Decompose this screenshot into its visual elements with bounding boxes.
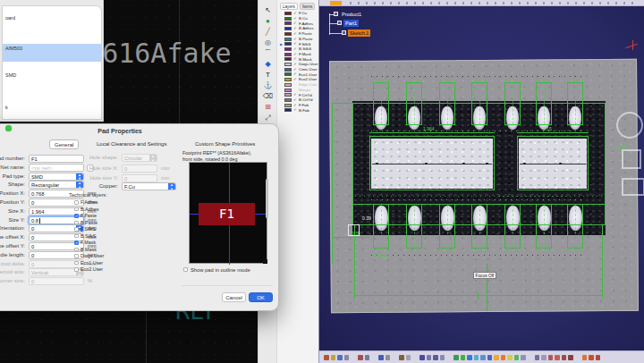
outline-mode-checkbox[interactable]: Show pad in outline mode <box>183 267 273 274</box>
add-pad-icon[interactable]: ● <box>262 16 274 26</box>
cancel-button[interactable]: Cancel <box>222 292 246 302</box>
measure-icon[interactable]: ⤢ <box>262 113 274 122</box>
checkbox-box[interactable] <box>183 267 188 272</box>
catia-menubar[interactable] <box>319 0 644 6</box>
checkbox-icon[interactable] <box>74 234 79 239</box>
toolbar-icon[interactable] <box>487 355 493 361</box>
toolbar-icon[interactable] <box>433 355 438 361</box>
layer-color-swatch[interactable] <box>284 89 292 92</box>
toolbar-icon[interactable] <box>514 355 520 361</box>
toolbar-icon[interactable] <box>461 355 466 361</box>
layer-color-swatch[interactable] <box>284 78 292 81</box>
toolbar-icon[interactable] <box>562 355 567 361</box>
layer-visibility-check-icon[interactable]: ✓ <box>293 21 297 25</box>
layer-visibility-check-icon[interactable]: ✓ <box>293 92 297 97</box>
toolbar-icon[interactable] <box>419 355 425 361</box>
preview-scrollbar[interactable] <box>266 179 268 218</box>
toolbar-icon[interactable] <box>480 355 486 361</box>
list-item[interactable]: SMD <box>3 71 102 80</box>
toolbar-icon[interactable] <box>535 355 540 361</box>
compass-icon[interactable] <box>632 40 633 50</box>
layer-visibility-check-icon[interactable]: ✓ <box>293 26 297 30</box>
technical-layer-checkbox[interactable]: F.SilkS <box>74 226 137 232</box>
list-item[interactable]: AfM500 <box>3 44 102 53</box>
toolbar-icon[interactable] <box>358 355 363 361</box>
cursor-tool-icon[interactable]: ↖ <box>262 5 274 15</box>
toolbar-icon[interactable] <box>541 355 547 361</box>
preview-resize-handle[interactable] <box>263 259 267 264</box>
layer-visibility-check-icon[interactable]: ✓ <box>293 67 297 72</box>
add-arc-icon[interactable]: ⌒ <box>262 48 274 58</box>
checkbox-icon[interactable] <box>74 261 79 266</box>
layer-row[interactable]: ✓B.Fab <box>280 107 318 113</box>
technical-layer-checkbox[interactable]: Dwgs.User <box>74 253 137 259</box>
layer-visibility-check-icon[interactable]: ✓ <box>293 52 297 56</box>
layer-visibility-check-icon[interactable]: ✓ <box>293 62 297 66</box>
layer-color-swatch[interactable] <box>284 17 292 21</box>
toolbar-icon[interactable] <box>386 355 391 361</box>
toolbar-icon[interactable] <box>521 355 526 361</box>
layer-color-swatch[interactable] <box>284 38 292 41</box>
dialog-tab-local-clearance-and-settings[interactable]: Local Clearance and Settings <box>92 139 171 149</box>
field-input[interactable]: 0 <box>122 174 157 182</box>
layer-color-swatch[interactable] <box>284 21 292 25</box>
checkbox-icon[interactable] <box>74 248 79 252</box>
layer-color-swatch[interactable] <box>284 98 292 102</box>
layer-color-swatch[interactable] <box>284 53 292 56</box>
toolbar-icon[interactable] <box>501 355 506 361</box>
toolbar-icon[interactable] <box>589 355 594 361</box>
toolbar-icon[interactable] <box>474 355 479 361</box>
layer-color-swatch[interactable] <box>284 63 292 66</box>
toolbar-icon[interactable] <box>582 355 588 361</box>
toolbar-icon[interactable] <box>507 355 513 361</box>
footprint-list[interactable]: oardAfM500SMDk <box>2 5 102 120</box>
layer-visibility-check-icon[interactable]: ✓ <box>293 72 297 76</box>
toolbar-icon[interactable] <box>399 355 404 361</box>
add-line-icon[interactable]: ╱ <box>262 27 274 37</box>
layer-color-swatch[interactable] <box>284 104 292 107</box>
checkbox-checked-icon[interactable]: ✓ <box>74 241 79 245</box>
dropdown-arrows-icon[interactable]: ▲▼ <box>168 183 175 190</box>
layer-visibility-check-icon[interactable]: ✓ <box>293 56 297 61</box>
anchor-icon[interactable]: ⚓ <box>262 80 274 90</box>
technical-layer-checkbox[interactable]: ✓F.Paste <box>74 213 137 219</box>
toolbar-icon[interactable] <box>440 355 445 361</box>
toolbar-icon[interactable] <box>344 355 350 361</box>
layer-color-swatch[interactable] <box>284 47 292 51</box>
layer-color-swatch[interactable] <box>284 27 292 30</box>
field-input[interactable]: 0 <box>122 165 157 173</box>
layer-visibility-check-icon[interactable]: ✓ <box>293 11 297 15</box>
checkbox-icon[interactable] <box>74 207 79 212</box>
layer-color-swatch[interactable] <box>284 83 292 87</box>
layer-visibility-check-icon[interactable]: ✓ <box>293 31 297 36</box>
layer-visibility-check-icon[interactable]: ✓ <box>293 37 297 41</box>
ok-button[interactable]: OK <box>249 292 273 302</box>
dropdown-arrows-icon[interactable]: ▲▼ <box>149 155 157 162</box>
field-input[interactable]: Circular▲▼ <box>122 154 157 162</box>
dialog-tab-general[interactable]: General <box>49 139 79 149</box>
technical-layer-checkbox[interactable]: B.Paste <box>74 220 137 226</box>
layer-visibility-check-icon[interactable]: ✓ <box>293 46 297 51</box>
layer-color-swatch[interactable] <box>284 12 292 15</box>
layer-visibility-check-icon[interactable]: ✓ <box>293 77 297 81</box>
add-text-icon[interactable]: T <box>262 70 274 80</box>
technical-layer-checkbox[interactable]: B.SilkS <box>74 233 137 240</box>
grid-origin-icon[interactable]: ⊞ <box>262 102 274 112</box>
layer-color-swatch[interactable] <box>284 108 292 112</box>
technical-layer-checkbox[interactable]: B.Mask <box>74 247 137 253</box>
checkbox-checked-icon[interactable]: ✓ <box>74 214 79 218</box>
layer-visibility-check-icon[interactable]: ✓ <box>293 97 297 102</box>
catia-3d-viewport[interactable]: Product1Part1Sketch.1 1.9641.150.390.350… <box>319 6 644 350</box>
add-circle-icon[interactable]: ◎ <box>262 38 274 47</box>
layer-color-swatch[interactable] <box>284 72 292 76</box>
add-polygon-icon[interactable]: ◆ <box>262 59 274 69</box>
list-item[interactable] <box>3 53 102 62</box>
toolbar-icon[interactable] <box>331 355 336 361</box>
checkbox-icon[interactable] <box>74 267 79 272</box>
field-input[interactable]: F.Cu▲▼ <box>122 182 176 190</box>
dialog-tab-custom-shape-primitives[interactable]: Custom Shape Primitives <box>191 139 259 149</box>
toolbar-icon[interactable] <box>406 355 411 361</box>
layer-color-swatch[interactable] <box>284 57 292 61</box>
list-item[interactable]: k <box>3 103 102 112</box>
technical-layer-checkbox[interactable]: Eco2.User <box>74 266 137 273</box>
